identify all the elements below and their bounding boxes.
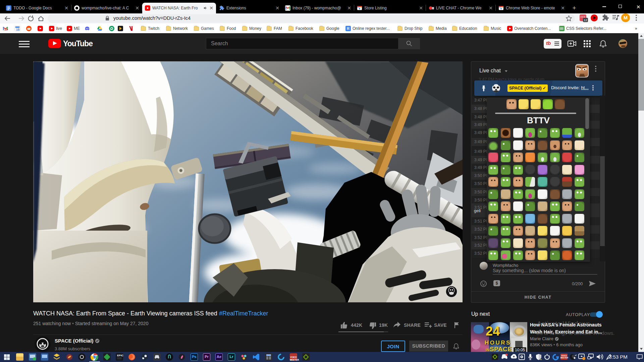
svg-text:10+: 10+ xyxy=(4,28,8,31)
